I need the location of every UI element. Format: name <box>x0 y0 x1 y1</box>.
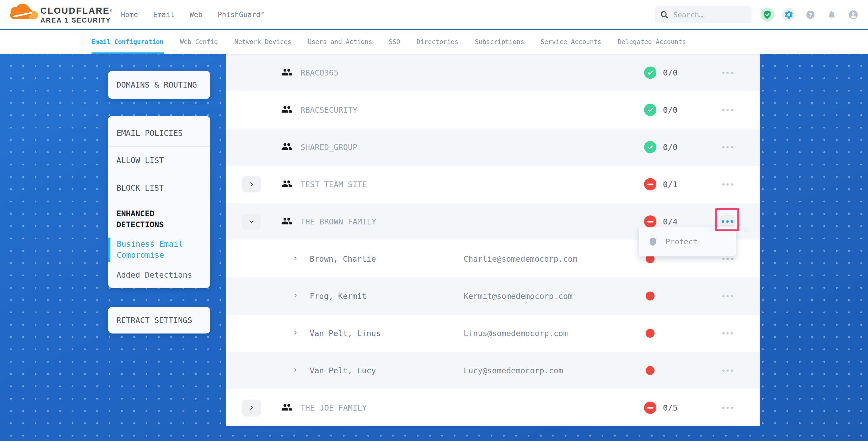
member-email: Linus@somedemocorp.com <box>464 329 568 338</box>
member-name: Van Pelt, Linus <box>310 329 381 338</box>
sidebar-item-added-detections[interactable]: Added Detections <box>108 269 210 283</box>
sidebar-item-domains-routing[interactable]: DOMAINS & ROUTING <box>117 80 197 89</box>
group-name: THE JOE FAMILY <box>301 403 367 412</box>
group-icon <box>281 215 293 228</box>
protected-count: 0/0 <box>663 143 678 152</box>
registered-mark: ® <box>110 8 113 12</box>
member-chevron-right-icon <box>293 256 298 262</box>
status-dot-unprotected <box>646 366 655 375</box>
sidebar-card-email-policies: EMAIL POLICIESALLOW LISTBLOCK LIST ENHAN… <box>108 116 210 288</box>
chevron-right-icon <box>249 182 254 187</box>
notifications-icon[interactable] <box>825 8 839 22</box>
sidebar-item-email-policies[interactable]: EMAIL POLICIES <box>108 120 210 147</box>
top-bar: CLOUDFLARE® AREA 1 SECURITY HomeEmailWeb… <box>0 0 868 29</box>
tab-email-configuration[interactable]: Email Configuration <box>92 30 164 54</box>
group-icon <box>281 141 293 153</box>
settings-icon[interactable] <box>782 8 796 22</box>
app-root: CLOUDFLARE® AREA 1 SECURITY HomeEmailWeb… <box>0 0 868 441</box>
nav-link-home[interactable]: Home <box>121 10 138 19</box>
sidebar-card-domains-routing[interactable]: DOMAINS & ROUTING <box>108 71 210 99</box>
nav-link-email[interactable]: Email <box>153 10 175 19</box>
section-tabs: Email ConfigurationWeb ConfigNetwork Dev… <box>0 30 868 54</box>
group-name: RBACO365 <box>301 68 339 77</box>
member-name: Frog, Kermit <box>310 291 367 301</box>
cloudflare-logo[interactable]: CLOUDFLARE® AREA 1 SECURITY <box>10 2 113 24</box>
shield-check-icon[interactable] <box>761 8 774 22</box>
logo-brand: CLOUDFLARE <box>40 5 110 15</box>
row-actions-button-the-joe-family[interactable] <box>719 400 736 416</box>
table-row-rbacsecurity: RBACSECURITY0/0 <box>226 91 760 128</box>
group-icon <box>281 103 293 116</box>
chevron-down-icon <box>249 219 254 224</box>
table-row-shared-group: SHARED_GROUP0/0 <box>226 128 760 166</box>
context-menu-label: Protect <box>665 237 698 246</box>
sidebar-item-block-list[interactable]: BLOCK LIST <box>108 174 210 201</box>
tab-delegated-accounts[interactable]: Delegated Accounts <box>618 30 686 54</box>
row-actions-button-test-team-site[interactable] <box>719 176 736 192</box>
expand-button-the-joe-family[interactable] <box>242 400 261 416</box>
nav-link-phishguard[interactable]: PhishGuard™ <box>218 10 265 19</box>
table-row-the-joe-family: THE JOE FAMILY0/5 <box>226 389 760 426</box>
row-actions-button-frog-kermit[interactable] <box>719 288 736 304</box>
sidebar-policy-items: EMAIL POLICIESALLOW LISTBLOCK LIST <box>108 120 210 201</box>
svg-text:?: ? <box>809 11 812 18</box>
table-row-test-team-site: TEST TEAM SITE0/1 <box>226 166 760 203</box>
protected-count: 0/4 <box>663 217 678 226</box>
account-icon[interactable] <box>846 8 860 22</box>
sidebar-item-retract-settings[interactable]: RETRACT SETTINGS <box>117 316 192 325</box>
table-row-van-pelt-linus: Van Pelt, LinusLinus@somedemocorp.com <box>226 315 760 352</box>
search-input[interactable] <box>674 11 746 19</box>
status-badge-unprotected <box>644 216 656 228</box>
member-chevron-right-icon <box>293 330 298 336</box>
help-icon[interactable]: ? <box>804 8 817 22</box>
chevron-right-icon <box>249 405 254 411</box>
member-name: Brown, Charlie <box>310 254 376 263</box>
group-name: RBACSECURITY <box>301 105 358 115</box>
minus-icon <box>647 221 653 222</box>
group-name: SHARED_GROUP <box>301 143 358 152</box>
sidebar-item-business-email-compromise[interactable]: Business Email Compromise <box>108 238 210 262</box>
row-actions-button-van-pelt-linus[interactable] <box>719 325 736 341</box>
status-dot-unprotected <box>646 291 655 301</box>
minus-icon <box>647 184 653 185</box>
tab-network-devices[interactable]: Network Devices <box>235 30 291 54</box>
row-actions-button-rbaco365[interactable] <box>719 64 736 81</box>
logo-text: CLOUDFLARE® AREA 1 SECURITY <box>40 2 113 24</box>
group-icon <box>281 178 293 191</box>
member-email: Lucy@somedemocorp.com <box>464 366 563 375</box>
tab-web-config[interactable]: Web Config <box>180 30 218 54</box>
table-row-frog-kermit: Frog, KermitKermit@somedemocorp.com <box>226 277 760 315</box>
status-badge-unprotected <box>644 402 656 414</box>
row-actions-button-rbacsecurity[interactable] <box>719 102 736 118</box>
nav-link-web[interactable]: Web <box>190 10 203 19</box>
topbar-icons: ? <box>761 0 860 29</box>
sidebar-card-retract-settings[interactable]: RETRACT SETTINGS <box>108 307 210 334</box>
protected-count: 0/0 <box>663 68 678 77</box>
group-name: THE BROWN FAMILY <box>301 217 376 226</box>
status-badge-protected <box>644 141 656 153</box>
top-nav: HomeEmailWebPhishGuard™ <box>121 0 265 29</box>
expand-button-test-team-site[interactable] <box>242 176 261 192</box>
status-badge-protected <box>644 67 656 79</box>
sidebar-item-enhanced-detections[interactable]: ENHANCED DETECTIONS <box>108 201 210 230</box>
row-actions-button-shared-group[interactable] <box>719 139 736 155</box>
protected-count: 0/5 <box>663 403 678 412</box>
context-menu-item-protect[interactable]: Protect <box>648 237 698 247</box>
tab-subscriptions[interactable]: Subscriptions <box>475 30 524 54</box>
collapse-button-the-brown-family[interactable] <box>242 213 261 230</box>
member-email: Kermit@somedemocorp.com <box>464 291 572 301</box>
row-actions-button-van-pelt-lucy[interactable] <box>719 363 736 379</box>
member-email: Charlie@somedemocorp.com <box>464 254 577 263</box>
tab-sso[interactable]: SSO <box>389 30 400 54</box>
minus-icon <box>647 407 653 408</box>
member-name: Van Pelt, Lucy <box>310 366 376 375</box>
sidebar-item-allow-list[interactable]: ALLOW LIST <box>108 147 210 174</box>
logo-subtitle: AREA 1 SECURITY <box>40 16 113 24</box>
status-badge-unprotected <box>644 178 656 191</box>
tab-service-accounts[interactable]: Service Accounts <box>541 30 601 54</box>
search-box[interactable] <box>655 6 751 23</box>
group-icon <box>281 66 293 79</box>
tab-directories[interactable]: Directories <box>417 30 458 54</box>
status-badge-protected <box>644 104 656 116</box>
tab-users-and-actions[interactable]: Users and Actions <box>308 30 372 54</box>
